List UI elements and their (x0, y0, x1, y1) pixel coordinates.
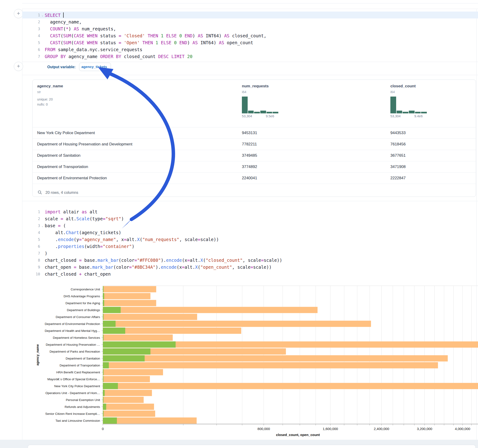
svg-text:Mayorâ€ s Office of Special En: Mayorâ€ s Office of Special Enforce… (47, 378, 100, 381)
bar-open (103, 293, 104, 299)
bar-open (103, 348, 150, 355)
collapse-chevron-icon[interactable]: ⌄ (40, 13, 45, 17)
table-row[interactable]: Department of Housing Preservation and D… (32, 138, 476, 150)
bar-closed (103, 286, 156, 292)
line-number: 6 (22, 244, 40, 249)
gutter-spacer (40, 218, 45, 219)
table-row[interactable]: Department of Sanitation37494853677651 (32, 150, 476, 161)
svg-text:Department of Parks and Recrea: Department of Parks and Recreation (50, 350, 100, 353)
bar-closed (103, 383, 478, 389)
code-line[interactable]: 2scale = alt.Scale(type="sqrt") (22, 215, 478, 222)
code-line[interactable]: 8chart_closed = base.mark_bar(color="#FF… (22, 257, 478, 264)
add-cell-button-top[interactable]: + (14, 9, 23, 18)
code-text: CAST(SUM(CASE WHEN status = 'Open' THEN … (45, 40, 253, 45)
table-cell: Department of Housing Preservation and D… (37, 139, 242, 150)
column-header-num_requests[interactable]: num_requestsi6453,3049.5e6 (242, 84, 390, 127)
gutter-spacer (40, 246, 45, 247)
table-cell: Department of Transportation (37, 161, 242, 172)
table-row[interactable]: Department of Environmental Protection22… (32, 172, 476, 184)
svg-text:DHS Advantage Programs: DHS Advantage Programs (64, 294, 100, 298)
line-number: 7 (22, 54, 40, 59)
table-cell: 9453131 (242, 127, 390, 138)
table-cell: 3749485 (242, 150, 390, 161)
code-line[interactable]: 2 agency_name, (22, 19, 478, 25)
python-code-editor[interactable]: 1import altair as alt2scale = alt.Scale(… (22, 208, 478, 277)
svg-text:800,000: 800,000 (258, 427, 270, 431)
svg-text:Correspondence Unit: Correspondence Unit (70, 288, 100, 291)
code-line[interactable]: 5 CAST(SUM(CASE WHEN status = 'Open' THE… (22, 39, 478, 46)
code-text: chart_open = base.mark_bar(color="#8BC34… (45, 265, 272, 270)
table-body: New York City Police Department945313194… (32, 127, 476, 184)
column-header-closed_count[interactable]: closed_counti6453,3049.4e6 (390, 84, 476, 127)
result-table: agency_namestrunique: 20nulls: 0num_requ… (32, 80, 476, 197)
code-line[interactable]: 10chart_closed + chart_open (22, 271, 478, 277)
column-header-agency_name[interactable]: agency_namestrunique: 20nulls: 0 (37, 84, 242, 127)
bar-closed (103, 376, 150, 382)
svg-text:Department of Environmental Pr: Department of Environmental Protection (45, 322, 100, 326)
search-icon[interactable] (38, 190, 42, 195)
svg-text:Department of Housing Preserva: Department of Housing Preservation … (46, 343, 100, 346)
bar-closed (103, 411, 155, 417)
svg-text:Department of Sanitation: Department of Sanitation (66, 357, 100, 360)
bar-closed (103, 293, 150, 299)
sql-cell-bottom-border (22, 62, 478, 62)
code-line[interactable]: 1⌄SELECT (22, 12, 478, 19)
svg-text:Senior Citizen Rent Increase E: Senior Citizen Rent Increase Exempti… (45, 412, 100, 416)
table-row[interactable]: Department of Transportation377489234719… (32, 161, 476, 172)
code-line[interactable]: 7GROUP BY agency_name ORDER BY closed_co… (22, 53, 478, 60)
line-number: 5 (22, 41, 40, 45)
svg-text:3,200,000: 3,200,000 (417, 427, 432, 431)
svg-text:Operations Unit - Department o: Operations Unit - Department of Hom… (45, 391, 100, 395)
bar-closed (103, 335, 173, 341)
gutter-spacer (40, 49, 45, 50)
code-text: chart_closed + chart_open (45, 272, 111, 277)
line-number: 3 (22, 27, 40, 31)
bar-open (103, 376, 104, 382)
svg-text:0: 0 (102, 427, 104, 431)
bar-closed (103, 404, 154, 410)
table-cell: 2240041 (242, 173, 390, 184)
table-footer: 20 rows, 4 columns (32, 184, 476, 201)
code-line[interactable]: 1import altair as alt (22, 208, 478, 215)
bar-open (103, 404, 106, 410)
bar-open (103, 307, 121, 313)
sql-code-editor[interactable]: 1⌄SELECT 2 agency_name,3 COUNT(*) AS num… (22, 12, 478, 60)
bar-open (103, 328, 125, 334)
code-line[interactable]: 3 COUNT(*) AS num_requests, (22, 25, 478, 32)
line-number: 6 (22, 48, 40, 52)
line-number: 8 (22, 258, 40, 262)
gutter-spacer (40, 267, 45, 268)
line-number: 1 (22, 13, 40, 17)
table-cell: 3677651 (390, 150, 476, 161)
code-line[interactable]: 6FROM sample_data.nyc.service_requests (22, 46, 478, 53)
line-number: 7 (22, 251, 40, 255)
table-cell: 3471908 (390, 161, 476, 172)
bar-open (103, 417, 117, 424)
code-text: ) (45, 251, 47, 256)
code-line[interactable]: 6 .properties(width="container") (22, 243, 478, 250)
bar-open (103, 286, 104, 292)
code-text: import altair as alt (45, 209, 98, 214)
output-variable-value: agency_tickets (82, 65, 107, 69)
code-line[interactable]: 3⌄base = ( (22, 222, 478, 229)
bar-closed (103, 300, 156, 306)
output-variable-label: Output variable: (47, 65, 76, 69)
code-line[interactable]: 5 .encode(y="agency_name", x=alt.X("num_… (22, 236, 478, 243)
code-line[interactable]: 4 alt.Chart(agency_tickets) (22, 229, 478, 236)
code-text: .encode(y="agency_name", x=alt.X("num_re… (45, 237, 219, 242)
line-number: 2 (22, 217, 40, 221)
code-line[interactable]: 4 CAST(SUM(CASE WHEN status = 'Closed' T… (22, 32, 478, 39)
bar-open (103, 397, 104, 403)
collapse-chevron-icon[interactable]: ⌄ (40, 224, 45, 227)
code-line[interactable]: 9chart_open = base.mark_bar(color="#8BC3… (22, 264, 478, 271)
add-cell-button-middle[interactable]: + (14, 62, 23, 71)
svg-text:Department of Transportation: Department of Transportation (59, 364, 100, 367)
code-line[interactable]: 7) (22, 250, 478, 257)
cell-divider (22, 3, 478, 3)
table-header-row: agency_namestrunique: 20nulls: 0num_requ… (32, 80, 476, 127)
table-row[interactable]: New York City Police Department945313194… (32, 127, 476, 138)
code-text: alt.Chart(agency_tickets) (45, 230, 121, 235)
bar-closed (103, 390, 152, 396)
table-cell: Department of Sanitation (37, 150, 242, 161)
output-variable-pill[interactable]: agency_tickets (79, 63, 111, 71)
